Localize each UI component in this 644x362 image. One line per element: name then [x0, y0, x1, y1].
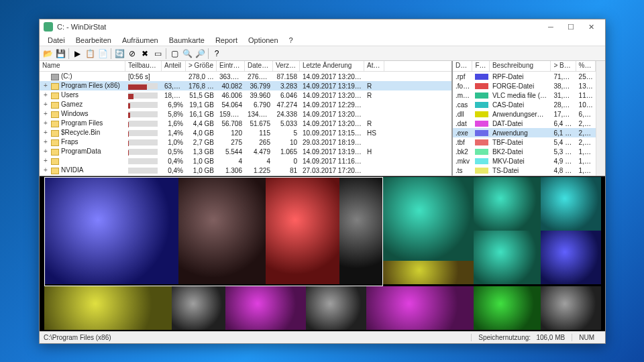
ext-col-header[interactable]: Dateityp: [453, 61, 472, 71]
maximize-button[interactable]: ☐: [561, 20, 581, 34]
treemap-block[interactable]: [541, 231, 601, 284]
ext-row[interactable]: .tsTS-Datei4,8 GB1,7%: [453, 166, 596, 175]
dir-row[interactable]: +Program Files1,6%4,4 GB56.70851.6755.03…: [40, 119, 451, 128]
menu-bearbeiten[interactable]: Bearbeiten: [70, 36, 117, 45]
menu-optionen[interactable]: Optionen: [243, 36, 284, 45]
dir-row[interactable]: +0,4%1,0 GB44014.09.2017 11:16:11: [40, 156, 451, 166]
menu-report[interactable]: Report: [210, 36, 243, 45]
treemap-block[interactable]: [474, 286, 541, 330]
treemap-block[interactable]: [44, 177, 178, 284]
dir-row[interactable]: +Intel0,0%22,5 KB43125.06.2017 13:49:04: [40, 175, 451, 176]
expand-icon[interactable]: +: [42, 101, 49, 108]
run-icon[interactable]: ▶: [71, 48, 83, 60]
treemap-block[interactable]: [44, 286, 172, 330]
menu-datei[interactable]: Datei: [42, 36, 70, 45]
dir-row[interactable]: +Program Files (x86)63,6%176,8 GB40.0823…: [40, 81, 451, 90]
treemap-block[interactable]: [306, 286, 366, 330]
treemap-block[interactable]: [541, 177, 601, 231]
cmd-icon[interactable]: ▭: [152, 48, 164, 60]
dir-row[interactable]: +Fraps1,0%2,7 GB2752651029.03.2017 18:19…: [40, 137, 451, 147]
dir-col-header[interactable]: Dateien: [245, 61, 273, 71]
zoom-in-icon[interactable]: 🔍: [181, 48, 193, 60]
treemap-block[interactable]: [172, 286, 225, 330]
delete-icon[interactable]: ✖: [139, 48, 151, 60]
dir-col-header[interactable]: Letzte Änderung: [300, 61, 364, 71]
ext-col-header[interactable]: Far...: [472, 61, 490, 71]
titlebar[interactable]: C: - WinDirStat ─ ☐ ✕: [40, 19, 605, 34]
minimize-button[interactable]: ─: [541, 20, 561, 34]
ext-row[interactable]: .datDAT-Datei6,4 GB2,3%: [453, 119, 596, 128]
treemap-block[interactable]: [366, 286, 474, 330]
dir-row[interactable]: +Gamez6,9%19,1 GB54.0646.79047.27414.09.…: [40, 100, 451, 109]
dir-row[interactable]: (C:)[0:56 s]278,0 GB363.372276.21487.158…: [40, 72, 451, 81]
paste-icon[interactable]: 📄: [97, 48, 109, 60]
expand-icon[interactable]: +: [42, 157, 49, 164]
ext-row[interactable]: .exeAnwendung6,1 GB2,2%: [453, 128, 596, 137]
expand-icon[interactable]: +: [42, 91, 49, 99]
treemap-block[interactable]: [339, 177, 383, 284]
expand-icon[interactable]: +: [42, 129, 49, 136]
expand-icon[interactable]: +: [42, 138, 49, 145]
save-icon[interactable]: 💾: [54, 48, 66, 60]
ext-row[interactable]: .rpfRPF-Datei71,5 GB25,7%: [453, 72, 596, 81]
expand-icon[interactable]: +: [42, 166, 49, 174]
expand-icon[interactable]: +: [42, 82, 49, 89]
ext-table-body[interactable]: .rpfRPF-Datei71,5 GB25,7%.for...FORGE-Da…: [453, 72, 596, 176]
folder-icon: [51, 149, 59, 156]
dir-col-header[interactable]: Attri...: [364, 61, 384, 71]
treemap-block[interactable]: [178, 177, 266, 284]
ext-row[interactable]: .dllAnwendungserweiterung17,1 GB6,1%: [453, 109, 596, 119]
treemap-block[interactable]: [266, 177, 339, 284]
ext-scrollbar[interactable]: [596, 61, 605, 176]
dir-row[interactable]: +$Recycle.Bin1,4%4,0 GB120115510.09.2017…: [40, 128, 451, 137]
color-swatch: [475, 139, 488, 145]
stop-icon[interactable]: ⊘: [126, 48, 138, 60]
menu-baumkarte[interactable]: Baumkarte: [164, 36, 210, 45]
dir-col-header[interactable]: Anteil: [162, 61, 186, 71]
dir-col-header[interactable]: Teilbaum-Anteil: [125, 61, 162, 71]
ext-row[interactable]: .mkvMKV-Datei4,9 GB1,8%: [453, 156, 596, 166]
treemap-block[interactable]: [474, 231, 541, 284]
folder-icon: [51, 93, 59, 99]
close-button[interactable]: ✕: [581, 20, 601, 34]
directory-tree-table[interactable]: NameTeilbaum-AnteilAnteil> GrößeEinträge…: [40, 61, 451, 176]
dir-row[interactable]: +ProgramData0,5%1,3 GB5.5444.4791.06514.…: [40, 147, 451, 156]
dir-row[interactable]: +Users18,5%51,5 GB46.00639.9606.04614.09…: [40, 90, 451, 100]
expand-icon[interactable]: +: [42, 119, 49, 127]
expand-icon[interactable]: +: [42, 110, 49, 117]
treemap-block[interactable]: [541, 286, 601, 330]
extension-table[interactable]: DateitypFar...Beschreibung> Bytes% By...…: [451, 61, 596, 176]
help-icon[interactable]: ?: [211, 48, 223, 60]
ext-row[interactable]: .tbfTBF-Datei5,4 GB2,0%: [453, 137, 596, 147]
ext-row[interactable]: .bk2BK2-Datei5,3 GB1,9%: [453, 147, 596, 156]
treemap-view[interactable]: [40, 176, 605, 331]
dir-col-header[interactable]: Name: [40, 61, 125, 71]
new-icon[interactable]: ▢: [168, 48, 180, 60]
treemap-block[interactable]: [383, 177, 474, 261]
treemap-block[interactable]: [225, 286, 306, 330]
menu-?[interactable]: ?: [284, 36, 299, 45]
ext-row[interactable]: .mp4VLC media file (.mp4)31,9 GB11,5%: [453, 90, 596, 100]
dir-row[interactable]: +NVIDIA0,4%1,0 GB1.3061.2258127.03.2017 …: [40, 166, 451, 175]
dir-col-header[interactable]: Einträge: [217, 61, 245, 71]
dir-col-header[interactable]: Verzei...: [273, 61, 300, 71]
ext-col-header[interactable]: % By...: [576, 61, 596, 71]
open-icon[interactable]: 📂: [42, 48, 54, 60]
dir-table-body[interactable]: (C:)[0:56 s]278,0 GB363.372276.21487.158…: [40, 72, 451, 176]
color-swatch: [475, 149, 488, 155]
ext-row[interactable]: .for...FORGE-Datei38,0 GB13,7%: [453, 81, 596, 90]
ext-row[interactable]: .casCAS-Datei28,7 GB10,3%: [453, 100, 596, 109]
copy-icon[interactable]: 📋: [84, 48, 96, 60]
refresh-icon[interactable]: 🔄: [113, 48, 125, 60]
app-icon: [44, 22, 53, 32]
treemap-block[interactable]: [383, 261, 474, 284]
dir-col-header[interactable]: > Größe: [186, 61, 217, 71]
dir-row[interactable]: +Windows5,8%16,1 GB159.237134.89924.3381…: [40, 109, 451, 119]
ext-col-header[interactable]: > Bytes: [551, 61, 576, 71]
ext-col-header[interactable]: Beschreibung: [490, 61, 551, 71]
ext-row[interactable]: .kf...KFC_DATA-Datei4,2 GB1,5%: [453, 175, 596, 176]
menu-aufräumen[interactable]: Aufräumen: [117, 36, 164, 45]
expand-icon[interactable]: +: [42, 147, 49, 155]
zoom-out-icon[interactable]: 🔎: [194, 48, 206, 60]
treemap-block[interactable]: [474, 177, 541, 231]
